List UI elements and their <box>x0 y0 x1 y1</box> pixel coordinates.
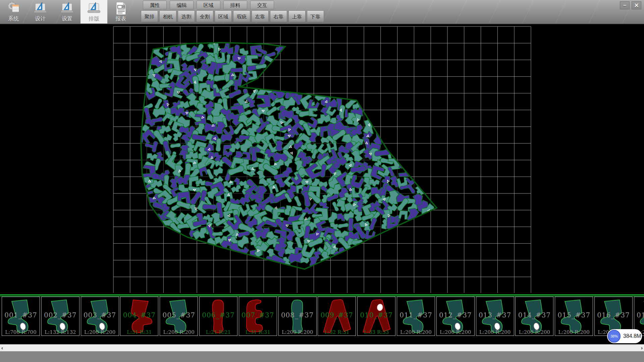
strip-separator-line <box>0 294 644 295</box>
progress-circle: 38% <box>608 330 621 343</box>
tab-interactive[interactable]: 交互 <box>250 1 274 9</box>
piece-thumbnail[interactable]: 014_#37L:200 R:200 <box>515 297 553 336</box>
piece-name: 012_#37 <box>437 311 474 319</box>
piece-name: 002_#37 <box>42 311 79 319</box>
tool-region[interactable]: 区域 <box>215 10 232 22</box>
piece-thumbnail[interactable]: 009_#37L:32 R:31 <box>318 297 356 336</box>
settings-ruler-icon <box>60 1 74 15</box>
nesting-ruler-icon <box>87 1 101 15</box>
application-window: 系统 设计 设置 排版 <box>0 0 644 362</box>
pieces-strip: 001_#37L:700 R:700002_#37L:132 R:132003_… <box>0 294 644 344</box>
piece-lr-count: L:200 R:200 <box>555 329 593 335</box>
piece-thumbnail[interactable]: 005_#37L:200 R:200 <box>160 297 198 336</box>
minimize-button[interactable]: – <box>620 1 630 9</box>
nav-report[interactable]: 报表 <box>107 0 134 23</box>
piece-lr-count: L:31 R:31 <box>239 329 277 335</box>
piece-thumbnail[interactable]: 001_#37L:700 R:700 <box>2 297 40 336</box>
nav-design-label: 设计 <box>35 15 46 22</box>
piece-lr-count: L:200 R:200 <box>279 329 316 335</box>
piece-name: 008_#37 <box>279 311 316 319</box>
nav-nesting[interactable]: 排版 <box>80 0 107 23</box>
design-ruler-icon <box>33 1 48 15</box>
piece-name: 005_#37 <box>160 311 198 319</box>
horizontal-scrollbar[interactable]: ‹ › <box>0 344 644 351</box>
tab-nesting[interactable]: 排料 <box>223 1 247 9</box>
piece-lr-count: L:32 R:31 <box>318 329 356 335</box>
tab-region[interactable]: 区域 <box>197 1 220 9</box>
piece-name: 011_#37 <box>397 311 435 319</box>
nav-report-label: 报表 <box>115 15 126 22</box>
nav-system-label: 系统 <box>8 15 19 22</box>
piece-name: 015_#37 <box>555 311 593 319</box>
piece-thumbnail[interactable]: 015_#37L:200 R:200 <box>555 297 593 336</box>
piece-thumbnail[interactable]: 008_#37L:200 R:200 <box>278 297 317 336</box>
piece-lr-count: L:200 R:200 <box>516 329 553 335</box>
tool-select-cut[interactable]: 选割 <box>178 10 195 22</box>
piece-name: 007_#37 <box>239 311 277 319</box>
nav-settings-label: 设置 <box>62 15 72 22</box>
tab-properties[interactable]: 属性 <box>143 1 167 9</box>
piece-lr-count: L:31 R:31 <box>120 329 158 335</box>
nesting-canvas[interactable] <box>0 24 644 294</box>
window-controls: – ✕ <box>620 1 641 9</box>
piece-thumbnail[interactable]: 012_#37L:200 R:200 <box>436 297 475 336</box>
titlebar: 系统 设计 设置 排版 <box>0 0 644 24</box>
piece-name: 017_#37 <box>634 311 644 319</box>
tool-align-right[interactable]: 右靠 <box>270 10 287 22</box>
piece-name: 003_#37 <box>81 311 119 319</box>
piece-name: 016_#37 <box>595 311 632 319</box>
piece-thumbnail[interactable]: 013_#37L:200 R:200 <box>476 297 514 336</box>
hide-nesting-view <box>0 24 644 294</box>
piece-thumbnail[interactable]: 003_#37L:200 R:200 <box>81 297 119 336</box>
tool-defect[interactable]: 瑕疵 <box>233 10 250 22</box>
piece-thumbnail[interactable]: 002_#37L:132 R:132 <box>41 297 79 336</box>
piece-thumbnail[interactable]: 004_#37L:31 R:31 <box>120 297 158 336</box>
piece-thumbnail[interactable]: 011_#37L:200 R:200 <box>397 297 435 336</box>
nav-nesting-label: 排版 <box>89 15 99 22</box>
scroll-right-arrow-icon[interactable]: › <box>640 345 644 352</box>
gear-icon <box>6 1 21 15</box>
piece-lr-count: L:132 R:132 <box>42 329 79 335</box>
memory-value: 384.8M <box>623 329 641 343</box>
piece-lr-count: L:200 R:200 <box>397 329 435 335</box>
tool-align-left[interactable]: 左靠 <box>252 10 269 22</box>
piece-thumbnail[interactable]: 006_#37L:21 R:21 <box>199 297 237 336</box>
nav-design[interactable]: 设计 <box>27 0 54 23</box>
piece-lr-count: L:200 R:200 <box>81 329 119 335</box>
scroll-left-arrow-icon[interactable]: ‹ <box>0 345 4 352</box>
piece-lr-count: L:200 R:200 <box>437 329 474 335</box>
piece-name: 009_#37 <box>318 311 356 319</box>
report-document-icon <box>113 1 128 15</box>
tool-button-row: 聚排 相机 选割 全割 区域 瑕疵 左靠 右靠 上靠 下靠 <box>141 10 324 22</box>
tab-edit[interactable]: 编辑 <box>170 1 194 9</box>
piece-lr-count: L:200 R:200 <box>160 329 198 335</box>
piece-name: 001_#37 <box>2 311 40 319</box>
nav-system[interactable]: 系统 <box>0 0 27 23</box>
tool-align-top[interactable]: 上靠 <box>288 10 306 22</box>
piece-lr-count: L:21 R:21 <box>200 329 237 335</box>
piece-name: 013_#37 <box>476 311 514 319</box>
piece-thumbnail[interactable]: 007_#37L:31 R:31 <box>239 297 277 336</box>
status-bar <box>0 351 644 362</box>
piece-name: 010_#37 <box>358 311 395 319</box>
nav-settings[interactable]: 设置 <box>54 0 80 23</box>
piece-name: 014_#37 <box>516 311 553 319</box>
strip-separator-line-2 <box>0 296 644 296</box>
close-button[interactable]: ✕ <box>632 1 641 9</box>
piece-lr-count: L:700 R:700 <box>2 329 40 335</box>
mode-nav: 系统 设计 设置 排版 <box>0 0 134 23</box>
memory-badge: 38% 384.8M <box>607 329 642 343</box>
tool-align-bottom[interactable]: 下靠 <box>307 10 324 22</box>
tool-camera[interactable]: 相机 <box>159 10 176 22</box>
piece-lr-count: L:33 R:33 <box>358 329 395 335</box>
piece-name: 006_#37 <box>200 311 237 319</box>
tool-cluster-nest[interactable]: 聚排 <box>141 10 158 22</box>
menu-tab-row: 属性 编辑 区域 排料 交互 <box>143 1 274 9</box>
piece-lr-count: L:200 R:200 <box>476 329 514 335</box>
piece-name: 004_#37 <box>120 311 158 319</box>
tool-cut-all[interactable]: 全割 <box>196 10 213 22</box>
piece-thumbnail[interactable]: 010_#37L:33 R:33 <box>357 297 395 336</box>
